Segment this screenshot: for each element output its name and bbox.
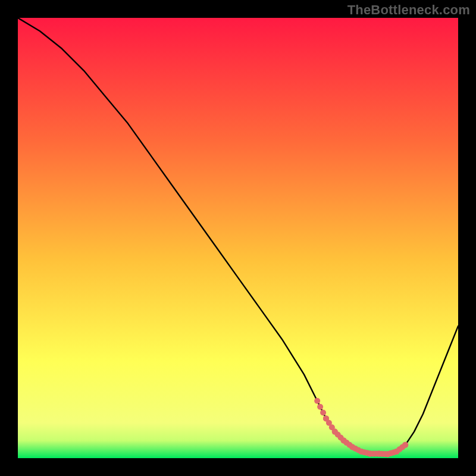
plot-area (18, 18, 458, 458)
overlay-dot (402, 442, 408, 448)
watermark-text: TheBottleneck.com (347, 2, 470, 18)
overlay-dot (314, 398, 320, 404)
chart-frame: TheBottleneck.com (0, 0, 476, 476)
overlay-dot (317, 404, 323, 410)
chart-svg (18, 18, 458, 458)
gradient-bg (18, 18, 458, 458)
overlay-dot (320, 410, 326, 416)
